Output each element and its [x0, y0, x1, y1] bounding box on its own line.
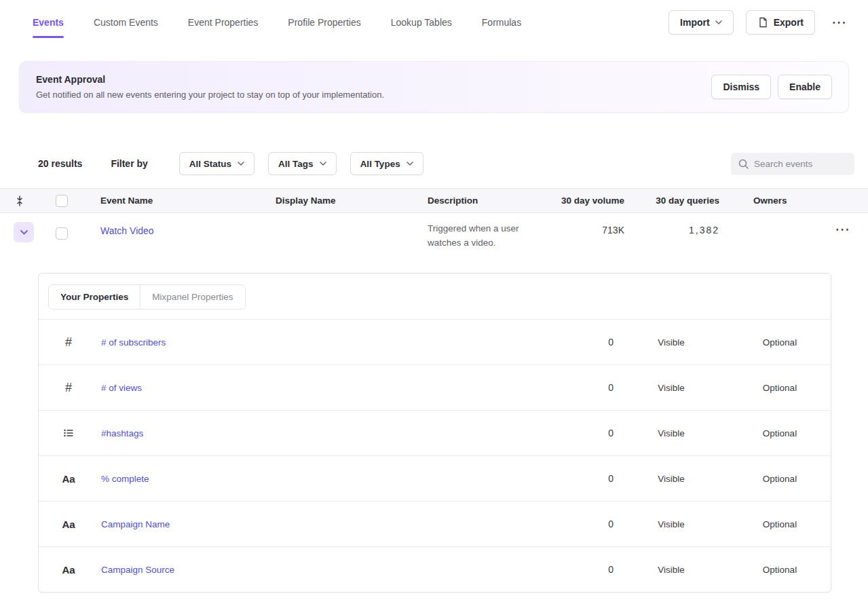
tab-your-properties[interactable]: Your Properties [49, 285, 140, 309]
property-visibility: Visible [614, 565, 729, 575]
event-name-link[interactable]: Watch Video [100, 225, 154, 236]
chevron-down-icon [238, 162, 244, 166]
property-row: #hashtags 0 Visible Optional [39, 410, 831, 455]
export-button-label: Export [774, 17, 804, 28]
property-requirement: Optional [729, 428, 831, 438]
number-property-icon: # [65, 335, 72, 350]
event-approval-banner: Event Approval Get notified on all new e… [19, 61, 849, 113]
property-value: 0 [559, 519, 614, 529]
top-nav: Events Custom Events Event Properties Pr… [0, 0, 868, 45]
types-filter-label: All Types [360, 159, 400, 169]
tab-formulas[interactable]: Formulas [482, 0, 521, 45]
list-property-icon [63, 428, 74, 438]
table-row: Watch Video Triggered when a user watche… [0, 213, 868, 266]
select-all-checkbox[interactable] [56, 195, 68, 207]
tab-event-properties[interactable]: Event Properties [188, 0, 259, 45]
number-property-icon: # [65, 381, 72, 395]
property-name-link[interactable]: # of views [98, 383, 559, 393]
column-header-owners: Owners [728, 195, 816, 206]
property-value: 0 [559, 382, 614, 393]
import-button-label: Import [680, 17, 710, 28]
property-visibility: Visible [614, 428, 729, 438]
queries-cell: 1,382 [633, 225, 728, 236]
properties-tabs: Your Properties Mixpanel Properties [48, 284, 246, 310]
column-header-queries: 30 day queries [633, 195, 728, 206]
search-box [731, 153, 854, 175]
tab-events[interactable]: Events [33, 0, 64, 45]
property-visibility: Visible [614, 474, 729, 484]
collapse-row-button[interactable] [14, 222, 34, 242]
export-csv-icon [757, 17, 768, 28]
column-header-display-name: Display Name [276, 195, 428, 206]
dismiss-button[interactable]: Dismiss [711, 75, 771, 99]
more-options-button[interactable]: ⋯ [827, 12, 850, 33]
search-icon [738, 158, 749, 170]
search-input[interactable] [731, 153, 854, 175]
property-requirement: Optional [729, 565, 831, 575]
property-value: 0 [559, 564, 614, 575]
property-name-link[interactable]: % complete [98, 474, 559, 484]
banner-title: Event Approval [36, 74, 384, 85]
filter-row: 20 results Filter by All Status All Tags… [0, 152, 868, 175]
property-row: # # of subscribers 0 Visible Optional [39, 319, 831, 364]
tab-mixpanel-properties[interactable]: Mixpanel Properties [140, 285, 244, 309]
row-checkbox[interactable] [56, 227, 68, 240]
banner-description: Get notified on all new events entering … [36, 90, 384, 100]
table-header: Event Name Display Name Description 30 d… [0, 188, 868, 213]
export-button[interactable]: Export [746, 10, 815, 35]
text-property-icon: Aa [62, 473, 75, 485]
status-filter-dropdown[interactable]: All Status [179, 152, 254, 175]
property-row: Aa % complete 0 Visible Optional [39, 455, 831, 501]
property-value: 0 [559, 428, 614, 438]
import-button[interactable]: Import [668, 10, 734, 35]
volume-cell: 713K [556, 225, 633, 236]
property-requirement: Optional [729, 383, 831, 393]
banner-actions: Dismiss Enable [711, 75, 832, 99]
tab-custom-events[interactable]: Custom Events [94, 0, 158, 45]
description-cell: Triggered when a user watches a video. [428, 222, 556, 250]
property-value: 0 [559, 473, 614, 484]
results-count: 20 results [38, 158, 82, 169]
property-visibility: Visible [614, 383, 729, 393]
enable-button[interactable]: Enable [778, 75, 832, 99]
property-requirement: Optional [729, 474, 831, 484]
column-header-event-name: Event Name [100, 195, 276, 206]
chevron-down-icon [320, 162, 326, 166]
tab-lookup-tables[interactable]: Lookup Tables [391, 0, 452, 45]
properties-panel: Your Properties Mixpanel Properties # # … [38, 273, 831, 593]
property-requirement: Optional [729, 519, 831, 529]
collapse-all-icon[interactable] [0, 195, 38, 206]
tags-filter-dropdown[interactable]: All Tags [268, 152, 337, 175]
nav-tabs: Events Custom Events Event Properties Pr… [33, 0, 521, 45]
text-property-icon: Aa [62, 519, 75, 530]
property-name-link[interactable]: #hashtags [98, 428, 559, 438]
property-name-link[interactable]: Campaign Name [98, 519, 559, 529]
property-visibility: Visible [614, 337, 729, 348]
chevron-down-icon [715, 20, 722, 24]
chevron-down-icon [407, 162, 413, 166]
banner-text: Event Approval Get notified on all new e… [36, 74, 384, 100]
column-header-description: Description [428, 195, 556, 206]
column-header-volume: 30 day volume [556, 195, 633, 206]
property-name-link[interactable]: Campaign Source [98, 565, 559, 575]
status-filter-label: All Status [189, 159, 231, 169]
tags-filter-label: All Tags [278, 159, 314, 169]
property-row: Aa Campaign Source 0 Visible Optional [39, 546, 831, 592]
tab-profile-properties[interactable]: Profile Properties [288, 0, 360, 45]
nav-actions: Import Export ⋯ [668, 10, 850, 35]
property-value: 0 [559, 337, 614, 348]
row-more-options-button[interactable]: ⋯ [831, 219, 854, 240]
property-row: Aa Campaign Name 0 Visible Optional [39, 501, 831, 546]
property-requirement: Optional [729, 337, 831, 348]
text-property-icon: Aa [62, 564, 75, 576]
types-filter-dropdown[interactable]: All Types [350, 152, 423, 175]
property-name-link[interactable]: # of subscribers [98, 337, 559, 348]
property-visibility: Visible [614, 519, 729, 529]
property-row: # # of views 0 Visible Optional [39, 364, 831, 410]
filter-by-label: Filter by [111, 158, 147, 169]
